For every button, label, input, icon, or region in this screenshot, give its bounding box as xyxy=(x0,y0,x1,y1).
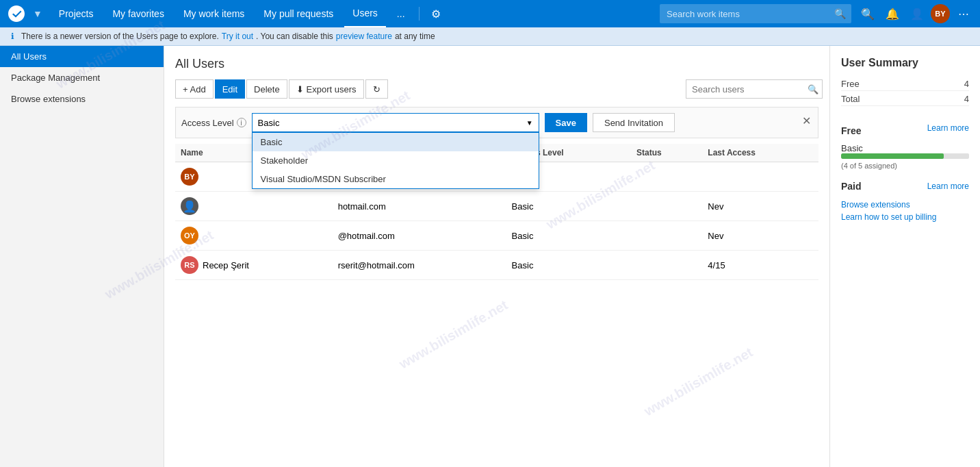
cell-last-access: 4/15 xyxy=(702,251,818,280)
cell-name: RS Recep Şerit xyxy=(175,251,333,280)
nav-item-more[interactable]: ... xyxy=(389,0,413,27)
cell-last-access: Nev xyxy=(702,192,818,221)
sidebar-item-browse-extensions[interactable]: Browse extensions xyxy=(0,88,164,110)
users-search-icon: 🔍 xyxy=(808,84,818,94)
user-summary-title: User Summary xyxy=(841,57,969,69)
access-level-info-icon[interactable]: i xyxy=(237,118,246,127)
dropdown-selected-value: Basic xyxy=(258,118,280,128)
summary-free-label: Free xyxy=(841,79,860,89)
summary-total-label: Total xyxy=(841,94,860,104)
table-row[interactable]: 👤 hotmail.com Basic Nev xyxy=(175,192,818,221)
close-access-level-button[interactable]: ✕ xyxy=(801,113,812,129)
banner-suffix: . You can disable this xyxy=(256,31,333,41)
sidebar: All Users Package Management Browse exte… xyxy=(0,46,164,467)
search-users-input[interactable] xyxy=(686,79,823,99)
access-level-row: Access Level i Basic ▼ Basic Stakeholder… xyxy=(175,107,818,138)
top-nav: ▼ Projects My favorites My work items My… xyxy=(0,0,980,27)
summary-total-value: 4 xyxy=(964,94,969,104)
search-wrapper: 🔍 xyxy=(660,4,851,23)
nav-item-projects[interactable]: Projects xyxy=(51,0,102,27)
info-banner: ℹ There is a newer version of the Users … xyxy=(0,27,980,46)
progress-bar-fill xyxy=(841,153,944,159)
access-level-dropdown-wrapper: Basic ▼ Basic Stakeholder Visual Studio/… xyxy=(252,113,539,132)
export-users-button[interactable]: ⬇ Export users xyxy=(289,79,364,99)
cell-last-access xyxy=(702,162,818,192)
add-button[interactable]: + Add xyxy=(175,79,214,99)
free-section-title: Free xyxy=(841,125,862,136)
right-panel: User Summary Free 4 Total 4 Free Learn m… xyxy=(829,46,980,467)
access-level-dropdown-menu: Basic Stakeholder Visual Studio/MSDN Sub… xyxy=(252,132,539,189)
cell-email: @hotmail.com xyxy=(333,221,506,251)
progress-bar-bg xyxy=(841,153,969,159)
banner-suffix2: at any time xyxy=(395,31,435,41)
progress-label: (4 of 5 assigned) xyxy=(841,162,969,170)
cell-name: OY xyxy=(175,221,333,251)
billing-link[interactable]: Learn how to set up billing xyxy=(841,212,969,222)
cell-status xyxy=(631,162,702,192)
nav-chevron-icon[interactable]: ▼ xyxy=(33,8,42,19)
refresh-button[interactable]: ↻ xyxy=(365,79,388,99)
user-icon-btn[interactable]: 👤 xyxy=(906,3,928,25)
summary-free-value: 4 xyxy=(964,79,969,89)
nav-item-users[interactable]: Users xyxy=(344,0,386,27)
app-logo[interactable] xyxy=(5,3,27,25)
main-content: All Users + Add Edit Delete ⬇ Export use… xyxy=(164,46,829,467)
cell-email: hotmail.com xyxy=(333,192,506,221)
toolbar: + Add Edit Delete ⬇ Export users ↻ 🔍 xyxy=(175,79,818,99)
banner-message: There is a newer version of the Users pa… xyxy=(21,31,219,41)
free-learn-more-link[interactable]: Learn more xyxy=(927,123,969,133)
delete-button[interactable]: Delete xyxy=(246,79,287,99)
paid-section-title: Paid xyxy=(841,181,862,192)
cell-last-access: Nev xyxy=(702,221,818,251)
try-it-out-link[interactable]: Try it out xyxy=(222,31,253,41)
access-level-label: Access Level i xyxy=(181,118,246,128)
avatar: OY xyxy=(181,227,198,244)
search-icon: 🔍 xyxy=(834,8,846,19)
table-row[interactable]: OY @hotmail.com Basic Nev xyxy=(175,221,818,251)
avatar[interactable]: BY xyxy=(931,4,950,23)
avatar: BY xyxy=(181,168,198,186)
basic-plan-label: Basic xyxy=(841,143,969,153)
summary-free-row: Free 4 xyxy=(841,77,969,91)
ellipsis-icon-btn[interactable]: ⋯ xyxy=(953,3,975,25)
cell-status xyxy=(631,221,702,251)
preview-feature-link[interactable]: preview feature xyxy=(336,31,392,41)
avatar: RS xyxy=(181,256,198,274)
page-title: All Users xyxy=(175,57,818,71)
settings-icon-btn[interactable]: ⚙ xyxy=(425,3,447,25)
option-visual-studio[interactable]: Visual Studio/MSDN Subscriber xyxy=(253,170,539,188)
cell-access-level: Basic xyxy=(506,192,631,221)
paid-learn-more-link[interactable]: Learn more xyxy=(927,181,969,191)
col-last: Last Access xyxy=(702,144,818,162)
browse-extensions-link[interactable]: Browse extensions xyxy=(841,200,969,210)
send-invitation-button[interactable]: Send Invitation xyxy=(593,113,675,132)
cell-status xyxy=(631,251,702,280)
user-name: Recep Şerit xyxy=(203,260,249,270)
cell-name: 👤 xyxy=(175,192,333,221)
sidebar-item-all-users[interactable]: All Users xyxy=(0,46,164,67)
nav-item-favorites[interactable]: My favorites xyxy=(104,0,172,27)
table-row[interactable]: RS Recep Şerit rserit@hotmail.com Basic … xyxy=(175,251,818,280)
search-input[interactable] xyxy=(660,4,851,23)
avatar: 👤 xyxy=(181,197,198,215)
option-stakeholder[interactable]: Stakeholder xyxy=(253,151,539,170)
cell-access-level: Basic xyxy=(506,251,631,280)
option-basic[interactable]: Basic xyxy=(253,133,539,151)
summary-total-row: Total 4 xyxy=(841,92,969,106)
info-icon: ℹ xyxy=(11,31,14,41)
notifications-icon-btn[interactable]: 🔔 xyxy=(881,3,903,25)
sidebar-item-package-management[interactable]: Package Management xyxy=(0,67,164,88)
cell-email: rserit@hotmail.com xyxy=(333,251,506,280)
search-icon-btn[interactable]: 🔍 xyxy=(857,3,879,25)
nav-item-pull-requests[interactable]: My pull requests xyxy=(255,0,341,27)
col-status: Status xyxy=(631,144,702,162)
cell-access-level: Basic xyxy=(506,221,631,251)
export-icon: ⬇ xyxy=(296,84,304,94)
save-button[interactable]: Save xyxy=(545,113,587,132)
main-layout: All Users Package Management Browse exte… xyxy=(0,46,980,467)
dropdown-chevron-icon: ▼ xyxy=(526,119,533,127)
edit-button[interactable]: Edit xyxy=(215,79,245,99)
cell-status xyxy=(631,192,702,221)
nav-divider xyxy=(419,7,420,21)
nav-item-work-items[interactable]: My work items xyxy=(175,0,253,27)
